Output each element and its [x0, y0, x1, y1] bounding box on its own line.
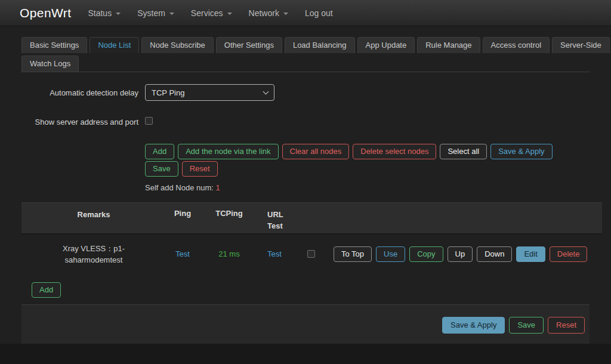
- header-tcping: TCPing: [199, 209, 259, 233]
- node-table-header: Remarks Ping TCPing URL Test: [21, 202, 602, 233]
- chevron-down-icon: [169, 13, 174, 15]
- menu-services-label: Services: [191, 8, 223, 18]
- tab-access-control[interactable]: Access control: [483, 37, 550, 53]
- url-test-link-cell: Test: [267, 248, 295, 260]
- page-content: Basic Settings Node List Node Subscribe …: [0, 26, 611, 345]
- ping-test-link-cell: Test: [166, 249, 199, 258]
- footer-save-apply-button[interactable]: Save & Apply: [442, 317, 505, 334]
- to-top-button[interactable]: To Top: [334, 246, 372, 262]
- menu-status-label: Status: [88, 8, 112, 18]
- main-menu: Status System Services Network Log out: [79, 0, 341, 26]
- node-actions: Add Add the node via the link Clear all …: [145, 144, 590, 192]
- row-checkbox-cell: [307, 250, 328, 258]
- show-address-label: Show server address and port: [21, 118, 138, 127]
- footer-save-button[interactable]: Save: [509, 317, 544, 334]
- delete-button[interactable]: Delete: [550, 246, 588, 262]
- edit-button[interactable]: Edit: [516, 246, 545, 262]
- menu-system-label: System: [137, 8, 165, 18]
- table-add-button[interactable]: Add: [32, 282, 61, 298]
- header-remarks: Remarks: [21, 209, 166, 233]
- menu-system[interactable]: System: [129, 0, 183, 26]
- tab-row-1: Basic Settings Node List Node Subscribe …: [21, 37, 590, 53]
- detection-delay-control: TCP Ping: [145, 84, 274, 101]
- tab-basic-settings[interactable]: Basic Settings: [21, 37, 87, 53]
- row-action-buttons: To Top Use Copy Up Down Edit Delete: [334, 246, 587, 262]
- delete-select-nodes-button[interactable]: Delete select nodes: [353, 144, 436, 159]
- reset-button[interactable]: Reset: [182, 161, 218, 177]
- tcping-latency-cell: 21 ms: [199, 249, 259, 258]
- tab-row-2: Watch Logs: [21, 55, 590, 72]
- chevron-down-icon: [263, 88, 269, 94]
- add-node-via-link-button[interactable]: Add the node via the link: [178, 144, 278, 159]
- save-apply-button[interactable]: Save & Apply: [490, 144, 552, 159]
- tab-load-balancing[interactable]: Load Balancing: [285, 37, 355, 53]
- tab-node-subscribe[interactable]: Node Subscribe: [141, 37, 214, 53]
- tab-app-update[interactable]: App Update: [357, 37, 415, 53]
- menu-network-label: Network: [249, 8, 279, 18]
- menu-services[interactable]: Services: [183, 0, 240, 26]
- add-button[interactable]: Add: [145, 144, 174, 159]
- up-button[interactable]: Up: [448, 246, 473, 262]
- bottom-band: [0, 344, 611, 364]
- tab-rule-manage[interactable]: Rule Manage: [417, 37, 480, 53]
- table-add-row: Add: [32, 282, 590, 298]
- select-all-button[interactable]: Select all: [440, 144, 487, 159]
- save-button[interactable]: Save: [145, 161, 178, 177]
- tab-bar: Basic Settings Node List Node Subscribe …: [21, 26, 590, 72]
- tab-node-list[interactable]: Node List: [90, 37, 139, 53]
- detection-delay-label: Automatic detection delay: [21, 88, 138, 97]
- header-url-test: URL Test: [267, 209, 295, 233]
- detection-delay-row: Automatic detection delay TCP Ping: [21, 84, 590, 101]
- show-address-row: Show server address and port: [21, 116, 590, 127]
- node-remarks: Xray VLESS：p1-saharmodemtest: [21, 243, 166, 266]
- row-select-checkbox[interactable]: [307, 250, 315, 258]
- url-test-link[interactable]: Test: [267, 249, 282, 258]
- tcping-latency-value: 21 ms: [218, 249, 239, 258]
- node-count: Self add Node num: 1: [145, 183, 590, 192]
- node-count-label: Self add Node num:: [145, 183, 214, 192]
- use-button[interactable]: Use: [376, 246, 405, 262]
- detection-delay-select[interactable]: TCP Ping: [145, 84, 274, 101]
- node-actions-row-1: Add Add the node via the link Clear all …: [145, 144, 590, 159]
- openwrt-logo[interactable]: OpenWrt: [20, 6, 71, 20]
- node-count-value: 1: [216, 183, 220, 192]
- header-ping: Ping: [166, 209, 199, 233]
- footer-reset-button[interactable]: Reset: [548, 317, 585, 334]
- menu-status[interactable]: Status: [79, 0, 129, 26]
- chevron-down-icon: [227, 13, 232, 15]
- table-row: Xray VLESS：p1-saharmodemtest Test 21 ms …: [21, 233, 602, 273]
- page-footer: Save & Apply Save Reset: [21, 304, 590, 345]
- tab-server-side[interactable]: Server-Side: [552, 37, 610, 53]
- top-navbar: OpenWrt Status System Services Network L…: [0, 0, 611, 26]
- show-address-checkbox[interactable]: [145, 117, 153, 125]
- node-table: Remarks Ping TCPing URL Test Xray VLESS：…: [21, 202, 602, 273]
- menu-logout-label: Log out: [305, 8, 333, 18]
- chevron-down-icon: [116, 13, 121, 15]
- detection-delay-value: TCP Ping: [152, 88, 184, 97]
- ping-test-link[interactable]: Test: [175, 249, 190, 258]
- tab-watch-logs[interactable]: Watch Logs: [21, 55, 79, 72]
- down-button[interactable]: Down: [477, 246, 512, 262]
- node-actions-row-2: Save Reset: [145, 161, 590, 177]
- show-address-control: [145, 116, 153, 127]
- clear-all-nodes-button[interactable]: Clear all nodes: [282, 144, 350, 159]
- menu-network[interactable]: Network: [240, 0, 297, 26]
- menu-logout[interactable]: Log out: [297, 0, 341, 26]
- tab-other-settings[interactable]: Other Settings: [216, 37, 282, 53]
- copy-button[interactable]: Copy: [409, 246, 443, 262]
- chevron-down-icon: [283, 13, 288, 15]
